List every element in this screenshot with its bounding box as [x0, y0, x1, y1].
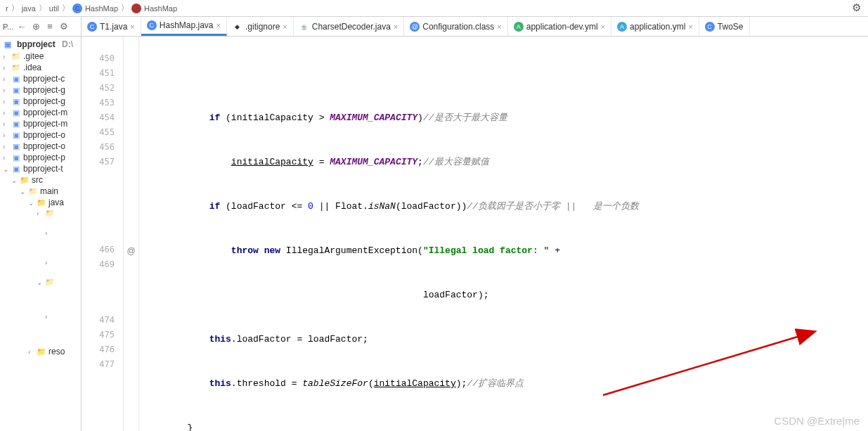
target-icon[interactable]: ⊕ — [30, 21, 41, 32]
line-gutter: 450 451 452 453 454 455 456 457 466 469 … — [82, 37, 124, 431]
tab-gitignore[interactable]: ◆.gitignore× — [227, 17, 294, 36]
crumb-root[interactable]: r — [6, 4, 8, 13]
class-icon: C — [72, 4, 82, 13]
tab-charset[interactable]: 🍵CharsetDecoder.java× — [294, 17, 405, 36]
tree-item[interactable]: ›bpproject-m — [0, 107, 81, 118]
tree-item[interactable]: ›bpproject-g — [0, 96, 81, 107]
tab-label: Configuration.class — [422, 22, 494, 32]
crumb-java[interactable]: java — [22, 4, 36, 13]
editor-tabs: CT1.java× CHashMap.java× ◆.gitignore× 🍵C… — [82, 17, 868, 36]
close-icon[interactable]: × — [283, 22, 287, 31]
tab-label: application.yml — [630, 22, 685, 32]
gutter-icons: @ — [124, 37, 139, 431]
tree-item[interactable]: ›bpproject-g — [0, 84, 81, 96]
tab-label: HashMap.java — [160, 20, 214, 30]
close-icon[interactable]: × — [497, 22, 501, 31]
chevron-right-icon: 〉 — [121, 3, 129, 13]
tree-item[interactable]: ›.idea — [0, 62, 81, 73]
tree-item[interactable]: ›bpproject-o — [0, 141, 81, 152]
tree-item[interactable]: ›bpproject-m — [0, 118, 81, 129]
tree-item[interactable]: › — [0, 208, 81, 218]
code-line: if (initialCapacity > MAXIMUM_CAPACITY)/… — [139, 110, 868, 125]
chevron-right-icon: 〉 — [62, 3, 70, 13]
code-line: loadFactor); — [139, 288, 868, 302]
tree-item[interactable]: ⌄main — [0, 186, 81, 197]
project-tree[interactable]: bpproject D:\ ›.gitee ›.idea ›bpproject-… — [0, 37, 82, 431]
tab-appdev[interactable]: Aapplication-dev.yml× — [508, 17, 611, 36]
close-icon[interactable]: × — [688, 22, 692, 31]
tab-label: .gitignore — [245, 22, 280, 32]
project-root[interactable]: bpproject D:\ — [0, 38, 81, 51]
close-icon[interactable]: × — [394, 22, 398, 31]
close-icon[interactable]: × — [601, 22, 605, 31]
tab-twose[interactable]: CTwoSe — [699, 17, 750, 36]
tree-item[interactable]: ›bpproject-o — [0, 129, 81, 141]
tree-item[interactable]: ›bpproject-c — [0, 73, 81, 84]
code-line: if (loadFactor <= 0 || Float.isNaN(loadF… — [139, 199, 868, 214]
tree-item[interactable]: ⌄src — [0, 174, 81, 186]
watermark: CSDN @Extre|me — [774, 415, 860, 427]
collapse-icon[interactable]: ≡ — [44, 21, 56, 32]
breadcrumb: r 〉 java 〉 util 〉 C HashMap 〉 m HashMap … — [0, 0, 868, 17]
main-area: bpproject D:\ ›.gitee ›.idea ›bpproject-… — [0, 37, 868, 431]
tab-app[interactable]: Aapplication.yml× — [611, 17, 699, 36]
yml-icon: A — [514, 22, 524, 32]
java-icon: C — [705, 22, 715, 32]
gear-icon[interactable]: ⚙ — [852, 1, 861, 14]
project-toolbar: P... ← ⊕ ≡ ⚙ — [0, 17, 82, 36]
close-icon[interactable]: × — [130, 22, 134, 31]
tree-item[interactable]: ⌄bpproject-t — [0, 163, 81, 174]
java-icon: C — [87, 22, 97, 32]
tree-item[interactable]: › — [0, 247, 81, 277]
crumb-method[interactable]: HashMap — [144, 4, 177, 13]
class-icon: @ — [410, 22, 420, 32]
tree-item[interactable]: ›bpproject-p — [0, 152, 81, 163]
method-icon: m — [131, 4, 141, 13]
tree-item[interactable]: ⌄ — [0, 277, 81, 287]
yml-icon: A — [617, 22, 627, 32]
arrow-left-icon[interactable]: ← — [16, 21, 27, 32]
at-icon[interactable]: @ — [124, 243, 138, 258]
tab-hashmap[interactable]: CHashMap.java× — [141, 17, 227, 36]
close-icon[interactable]: × — [216, 21, 221, 30]
code-line: } — [139, 420, 868, 431]
tree-item[interactable]: ›.gitee — [0, 51, 81, 62]
tree-item[interactable]: ›reso — [0, 346, 81, 357]
java-icon: 🍵 — [299, 22, 309, 32]
java-icon: C — [147, 20, 157, 30]
tree-item[interactable]: › — [0, 287, 81, 346]
crumb-util[interactable]: util — [49, 4, 59, 13]
code-line: initialCapacity = MAXIMUM_CAPACITY;//最大容… — [139, 155, 868, 169]
tree-item[interactable]: › — [0, 218, 81, 247]
tree-item[interactable]: ⌄java — [0, 197, 81, 208]
chevron-right-icon: 〉 — [11, 3, 19, 13]
gear-icon[interactable]: ⚙ — [58, 21, 70, 32]
tab-label: CharsetDecoder.java — [312, 22, 391, 32]
code-editor[interactable]: if (initialCapacity > MAXIMUM_CAPACITY)/… — [139, 37, 868, 431]
tab-config[interactable]: @Configuration.class× — [404, 17, 508, 36]
code-line: this.threshold = tableSizeFor(initialCap… — [139, 376, 868, 391]
chevron-right-icon: 〉 — [39, 3, 46, 13]
crumb-class[interactable]: HashMap — [85, 4, 118, 13]
tab-label: application-dev.yml — [526, 22, 598, 32]
code-line: throw new IllegalArgumentException("Ille… — [139, 243, 868, 258]
git-icon: ◆ — [233, 22, 242, 32]
toolbar: P... ← ⊕ ≡ ⚙ CT1.java× CHashMap.java× ◆.… — [0, 17, 868, 37]
code-line: this.loadFactor = loadFactor; — [139, 332, 868, 347]
tab-label: T1.java — [100, 22, 127, 32]
tab-label: TwoSe — [718, 22, 744, 32]
project-label: P... — [3, 22, 13, 31]
tab-t1[interactable]: CT1.java× — [82, 17, 141, 36]
